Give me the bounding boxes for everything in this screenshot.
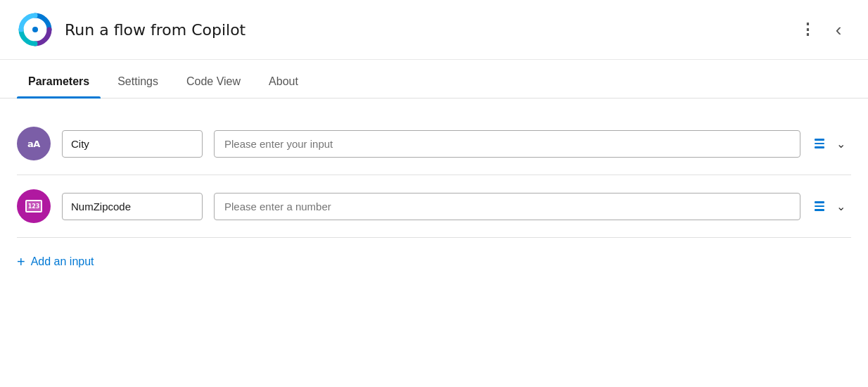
tab-code-view[interactable]: Code View (175, 65, 252, 98)
tab-parameters[interactable]: Parameters (17, 65, 101, 98)
numzipcode-num-icon: 123 (25, 200, 42, 212)
numzipcode-avatar: 123 (17, 189, 51, 223)
city-avatar: aA (17, 127, 51, 160)
app-header: Run a flow from Copilot ⋮ ‹ (0, 0, 868, 60)
numzipcode-avatar-content: 123 (25, 200, 42, 212)
city-menu-icon[interactable] (812, 136, 827, 151)
city-expand-button[interactable]: ⌄ (830, 133, 851, 154)
tab-bar: Parameters Settings Code View About (0, 65, 868, 99)
numzipcode-chevron-down-icon: ⌄ (836, 200, 845, 213)
tab-settings[interactable]: Settings (106, 65, 170, 98)
numzipcode-menu-icon[interactable] (812, 198, 827, 214)
plus-icon: + (17, 255, 25, 269)
more-options-button[interactable]: ⋮ (795, 17, 820, 42)
header-actions: ⋮ ‹ (795, 17, 851, 42)
city-avatar-label: aA (27, 139, 40, 149)
city-row-actions: ⌄ (812, 133, 851, 154)
city-value-input[interactable] (214, 130, 800, 158)
city-input-row: aA ⌄ (17, 121, 851, 175)
numzipcode-row-actions: ⌄ (812, 196, 851, 217)
app-logo (17, 11, 53, 48)
back-icon: ‹ (836, 20, 842, 39)
numzipcode-value-input[interactable] (214, 193, 800, 220)
numzipcode-avatar-label: 123 (28, 203, 40, 210)
numzipcode-name-field[interactable] (62, 193, 203, 220)
parameters-panel: aA ⌄ 123 (0, 99, 868, 288)
tab-about[interactable]: About (257, 65, 309, 98)
add-input-label: Add an input (31, 255, 94, 268)
more-icon: ⋮ (800, 20, 816, 39)
back-button[interactable]: ‹ (826, 17, 851, 42)
city-chevron-down-icon: ⌄ (836, 137, 845, 151)
page-title: Run a flow from Copilot (65, 21, 795, 39)
numzipcode-expand-button[interactable]: ⌄ (830, 196, 851, 217)
svg-point-2 (32, 27, 38, 32)
add-input-button[interactable]: + Add an input (17, 252, 94, 272)
city-name-field[interactable] (62, 130, 203, 158)
numzipcode-input-row: 123 ⌄ (17, 175, 851, 238)
